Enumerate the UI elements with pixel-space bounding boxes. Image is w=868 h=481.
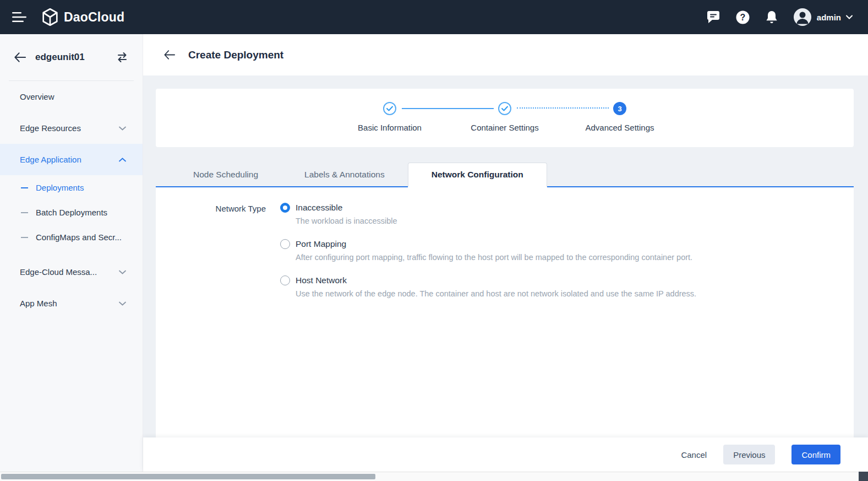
network-type-label: Network Type — [156, 203, 280, 312]
message-icon[interactable] — [706, 10, 720, 24]
option-description: Use the network of the edge node. The co… — [296, 289, 854, 299]
tab-network-configuration[interactable]: Network Configuration — [408, 163, 547, 187]
stepper-card: 3 Basic Information Container Settings A… — [156, 89, 854, 147]
step-1-label: Basic Information — [358, 123, 422, 132]
step-connector-dotted — [517, 107, 609, 109]
sidebar-item-batch-deployments[interactable]: Batch Deployments — [0, 200, 143, 225]
topbar: DaoCloud ? admin — [0, 0, 868, 34]
user-menu[interactable]: admin — [793, 8, 853, 26]
sidebar-item-deployments[interactable]: Deployments — [0, 175, 143, 200]
cluster-name: edgeunit01 — [35, 52, 107, 63]
cancel-button[interactable]: Cancel — [681, 450, 707, 460]
page-header: Create Deployment — [143, 34, 868, 75]
chevron-up-icon — [119, 158, 126, 162]
step-2-label: Container Settings — [471, 123, 538, 132]
page-back-icon[interactable] — [164, 50, 175, 60]
network-configuration-panel: Network Type Inaccessible The workload i… — [156, 187, 854, 437]
brand[interactable]: DaoCloud — [42, 8, 124, 26]
chevron-down-icon — [119, 270, 126, 274]
tab-labels-annotations[interactable]: Labels & Annotations — [281, 163, 408, 186]
svg-text:?: ? — [740, 13, 745, 22]
dash-icon — [21, 237, 28, 238]
sidebar: edgeunit01 Overview Edge Resources Edge … — [0, 34, 143, 472]
sidebar-item-edge-resources[interactable]: Edge Resources — [0, 112, 143, 144]
option-inaccessible: Inaccessible The workload is inaccessibl… — [280, 203, 854, 226]
sidebar-item-edge-application[interactable]: Edge Application — [0, 144, 143, 175]
tabbar: Node Scheduling Labels & Annotations Net… — [156, 163, 854, 187]
daocloud-logo-icon — [42, 8, 58, 26]
avatar — [793, 8, 812, 26]
option-description: After configuring port mapping, traffic … — [296, 252, 854, 263]
tab-node-scheduling[interactable]: Node Scheduling — [170, 163, 281, 186]
dash-icon — [21, 187, 28, 188]
main-area: Create Deployment 3 Basic Info — [143, 34, 868, 472]
sidebar-item-app-mesh[interactable]: App Mesh — [0, 288, 143, 319]
sidebar-back-icon[interactable] — [14, 52, 26, 62]
page-title: Create Deployment — [188, 49, 283, 61]
brand-name: DaoCloud — [64, 10, 124, 25]
switch-cluster-icon[interactable] — [116, 52, 128, 63]
dash-icon — [21, 212, 28, 213]
horizontal-scrollbar[interactable] — [0, 472, 868, 481]
chevron-down-icon — [119, 126, 126, 131]
radio-port-mapping[interactable] — [280, 239, 290, 249]
sidebar-item-configmaps-secrets[interactable]: ConfigMaps and Secr... — [0, 225, 143, 250]
option-port-mapping: Port Mapping After configuring port mapp… — [280, 239, 854, 263]
bell-icon[interactable] — [765, 10, 778, 24]
chevron-down-icon — [846, 15, 853, 19]
chevron-down-icon — [119, 301, 126, 306]
option-description: The workload is inaccessible — [296, 216, 854, 226]
option-host-network: Host Network Use the network of the edge… — [280, 275, 854, 299]
help-icon[interactable]: ? — [735, 10, 750, 25]
menu-icon[interactable] — [12, 12, 26, 23]
network-type-options: Inaccessible The workload is inaccessibl… — [280, 203, 854, 312]
step-1-check-icon — [383, 102, 396, 115]
step-2-check-icon — [498, 102, 511, 115]
step-3-badge: 3 — [613, 102, 626, 115]
username: admin — [817, 13, 841, 22]
step-connector-solid — [402, 108, 494, 109]
radio-host-network[interactable] — [280, 275, 290, 285]
stepper: 3 Basic Information Container Settings A… — [383, 102, 626, 136]
scrollbar-corner — [859, 472, 868, 481]
sidebar-item-edge-cloud-message[interactable]: Edge-Cloud Messa... — [0, 256, 143, 288]
sidebar-nav: Overview Edge Resources Edge Application… — [0, 81, 143, 319]
step-3-label: Advanced Settings — [585, 123, 654, 132]
scrollbar-thumb[interactable] — [1, 474, 375, 479]
confirm-button[interactable]: Confirm — [791, 445, 840, 464]
sidebar-item-overview[interactable]: Overview — [0, 81, 143, 112]
radio-inaccessible[interactable] — [280, 203, 290, 213]
previous-button[interactable]: Previous — [723, 445, 775, 464]
wizard-footer: Cancel Previous Confirm — [143, 437, 868, 472]
